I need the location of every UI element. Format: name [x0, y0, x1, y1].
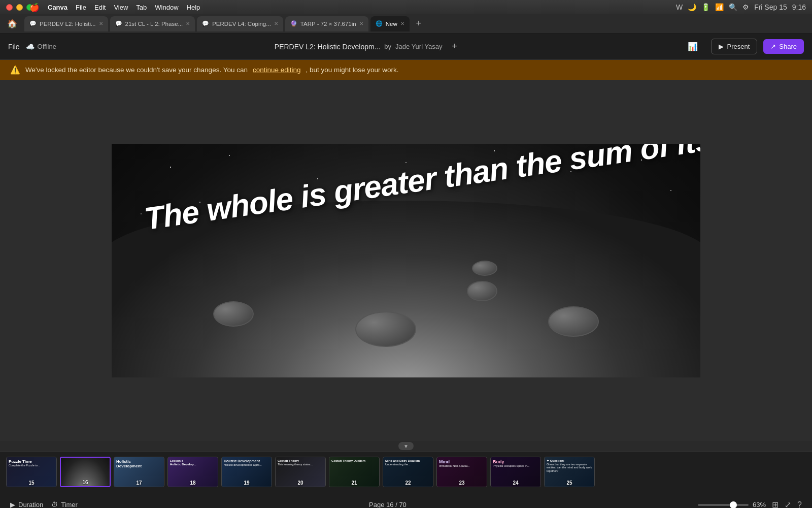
- dark-mode-icon[interactable]: 🌙: [688, 3, 696, 11]
- fullscreen-button[interactable]: ⤢: [785, 500, 791, 508]
- slide-thumb-15[interactable]: Puzzle Time Complete the Puzzle to... 15: [6, 457, 57, 487]
- tab-icon: 💬: [202, 20, 209, 27]
- menu-canva[interactable]: Canva: [44, 4, 72, 11]
- crater: [213, 301, 254, 327]
- offline-indicator[interactable]: ☁️ Offline: [26, 43, 56, 51]
- timer-button[interactable]: ⏱ Timer: [51, 501, 78, 508]
- tab-close-button[interactable]: ✕: [99, 21, 103, 26]
- tab-tarp[interactable]: 🔮 TARP - 72 × 37.671in ✕: [285, 16, 368, 31]
- wifi-icon: 📶: [715, 3, 724, 11]
- menu-file[interactable]: File: [72, 4, 90, 11]
- slide-thumb-25[interactable]: ✦ Question: Given that they are two sepa…: [544, 457, 595, 487]
- new-tab-button[interactable]: +: [412, 17, 426, 31]
- menu-tab[interactable]: Tab: [132, 4, 151, 11]
- zoom-value: 63%: [753, 501, 766, 508]
- slide-number: 20: [297, 480, 303, 486]
- present-icon: ▶: [719, 43, 724, 50]
- slide-number: 24: [513, 480, 518, 486]
- slide-number: 22: [405, 480, 411, 486]
- bottom-toolbar-center: Page 16 / 70: [78, 501, 698, 508]
- thumb-label: Gestalt Theory This learning theory stat…: [278, 459, 323, 466]
- slide-thumb-16[interactable]: 16: [60, 457, 111, 487]
- app-toolbar: File ☁️ Offline PERDEV L2: Holistic Deve…: [0, 34, 812, 60]
- offline-label: Offline: [38, 43, 56, 50]
- collapse-icon: ▼: [398, 442, 414, 450]
- crater: [472, 261, 497, 276]
- present-button[interactable]: ▶ Present: [711, 39, 757, 54]
- zoom-thumb[interactable]: [730, 501, 737, 509]
- collapse-panel-button[interactable]: ▼: [0, 441, 812, 451]
- thumb-label: Body Physical Occupies Space in...: [493, 459, 538, 468]
- page-info: Page 16 / 70: [369, 501, 407, 508]
- slide-thumb-22[interactable]: Mind and Body Dualism Understanding the.…: [383, 457, 433, 487]
- add-button[interactable]: +: [447, 39, 463, 55]
- toolbar-left: File ☁️ Offline: [8, 43, 56, 51]
- continue-editing-link[interactable]: continue editing: [253, 66, 301, 74]
- analytics-button[interactable]: 📊: [681, 38, 705, 55]
- warning-message-end: , but you might lose your work.: [306, 66, 399, 74]
- help-button[interactable]: ?: [797, 500, 802, 509]
- search-icon[interactable]: 🔍: [729, 3, 737, 11]
- thumb-label: Holistic Development Holistic developmen…: [224, 459, 269, 467]
- slide-thumb-18[interactable]: Lesson 8 Holistic Develop... 18: [167, 457, 218, 487]
- tab-perdev-l2[interactable]: 💬 PERDEV L2: Holisti... ✕: [24, 16, 108, 31]
- close-window-button[interactable]: [6, 4, 13, 11]
- control-center-icon[interactable]: ⚙: [742, 3, 749, 11]
- clock: Fri Sep 15: [754, 3, 787, 11]
- slide-number: 18: [190, 480, 195, 486]
- thumb-label: ✦ Question: Given that they are two sepa…: [547, 459, 592, 473]
- tab-close-button[interactable]: ✕: [186, 21, 190, 26]
- menu-help[interactable]: Help: [183, 4, 205, 11]
- file-menu-button[interactable]: File: [8, 43, 20, 51]
- zoom-slider[interactable]: [698, 504, 749, 506]
- tab-label: PERDEV L2: Holisti...: [40, 21, 96, 27]
- thumb-label: Mind Immaterial Non-Spatial...: [439, 459, 485, 468]
- duration-icon: ▶: [10, 501, 15, 508]
- warning-icon: ⚠️: [10, 65, 20, 75]
- slide-thumb-19[interactable]: Holistic Development Holistic developmen…: [221, 457, 272, 487]
- tab-close-button[interactable]: ✕: [359, 21, 363, 26]
- battery-icon: 🔋: [701, 3, 710, 11]
- thumb-label: Gestalt Theory Dualism: [331, 459, 377, 463]
- slide-thumb-21[interactable]: Gestalt Theory Dualism 21: [329, 457, 380, 487]
- menu-window[interactable]: Window: [151, 4, 182, 11]
- slide-number: 21: [351, 480, 357, 486]
- menu-bar: 🍎 Canva File Edit View Tab Window Help: [25, 3, 204, 12]
- wps-titlebar-icon: W: [676, 3, 683, 11]
- slide-thumb-23[interactable]: Mind Immaterial Non-Spatial... 23: [436, 457, 487, 487]
- thumb-label: Holistic Development: [116, 459, 162, 469]
- home-button[interactable]: 🏠: [4, 17, 20, 31]
- slide-filmstrip: Puzzle Time Complete the Puzzle to... 15…: [0, 451, 812, 492]
- tab-close-button[interactable]: ✕: [400, 21, 404, 26]
- minimize-window-button[interactable]: [16, 4, 23, 11]
- slide-number: 23: [459, 480, 464, 486]
- titlebar: 🍎 Canva File Edit View Tab Window Help W…: [0, 0, 812, 14]
- tab-close-button[interactable]: ✕: [274, 21, 278, 26]
- slide-number: 19: [244, 480, 249, 486]
- tab-perdev-l4[interactable]: 💬 PERDEV L4: Coping... ✕: [197, 16, 283, 31]
- slide-number: 16: [82, 480, 88, 485]
- menu-edit[interactable]: Edit: [90, 4, 110, 11]
- bottom-toolbar-right: 63% ⊞ ⤢ ?: [698, 500, 802, 508]
- zoom-control[interactable]: 63%: [698, 501, 766, 508]
- offline-icon: ☁️: [26, 43, 35, 51]
- tab-label: TARP - 72 × 37.671in: [300, 21, 356, 27]
- share-button[interactable]: ↗ Share: [763, 39, 804, 54]
- share-icon: ↗: [770, 43, 776, 50]
- grid-view-button[interactable]: ⊞: [772, 500, 779, 508]
- tab-21cl[interactable]: 💬 21st CL - L 2: Phase... ✕: [110, 16, 195, 31]
- tab-icon: 🔮: [290, 20, 297, 27]
- tab-label: 21st CL - L 2: Phase...: [125, 21, 183, 27]
- toolbar-center: PERDEV L2: Holistic Developm... by Jade …: [56, 39, 681, 55]
- slide-thumb-17[interactable]: Holistic Development 17: [114, 457, 164, 487]
- slide-thumb-24[interactable]: Body Physical Occupies Space in... 24: [490, 457, 541, 487]
- bottom-toolbar-left: ▶ Duration ⏱ Timer: [10, 501, 78, 508]
- apple-menu[interactable]: 🍎: [25, 3, 44, 12]
- crater: [548, 306, 599, 337]
- slide-thumb-20[interactable]: Gestalt Theory This learning theory stat…: [275, 457, 326, 487]
- canvas-wrapper[interactable]: The whole is greater than the sum of its…: [0, 80, 812, 441]
- menu-view[interactable]: View: [110, 4, 132, 11]
- duration-button[interactable]: ▶ Duration: [10, 501, 43, 508]
- thumb-label: Lesson 8 Holistic Develop...: [170, 459, 216, 466]
- tab-new[interactable]: 🌐 New ✕: [370, 16, 410, 31]
